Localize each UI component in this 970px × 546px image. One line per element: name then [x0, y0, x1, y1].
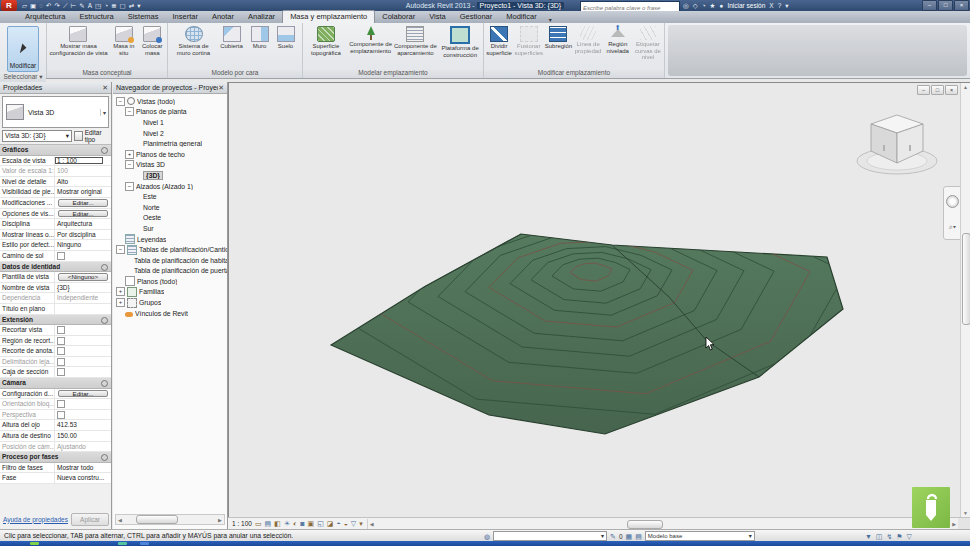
- browser-tree-item[interactable]: Vínculos de Revit: [113, 308, 227, 319]
- view-minimize-icon[interactable]: –: [917, 85, 930, 95]
- rendering-dialog-icon[interactable]: ◙: [300, 519, 304, 529]
- tree-expander-icon[interactable]: [116, 236, 123, 243]
- panel-label[interactable]: Masa conceptual: [47, 68, 167, 78]
- tree-expander-icon[interactable]: −: [125, 160, 134, 169]
- ribbon-button[interactable]: Sistema de muro cortina: [172, 24, 216, 56]
- ribbon-tab[interactable]: Anotar: [205, 11, 241, 23]
- vcb-more-icon[interactable]: ▾: [359, 519, 363, 529]
- property-row[interactable]: Altura del ojo 412.53 412.53: [0, 420, 111, 431]
- sun-path-icon[interactable]: ☀: [284, 519, 290, 529]
- panel-label[interactable]: Modelo por cara: [168, 68, 302, 78]
- project-browser-header[interactable]: Navegador de proyectos - Proyecto1 ✕: [113, 82, 227, 94]
- browser-tree-item[interactable]: Leyendas: [113, 234, 227, 245]
- ribbon-button[interactable]: Subregión: [544, 24, 572, 50]
- browser-tree-item[interactable]: Nivel 2: [113, 128, 227, 139]
- tree-expander-icon[interactable]: [134, 119, 141, 126]
- ribbon-button[interactable]: Componente de aparcamiento: [394, 24, 438, 56]
- signin-person-icon[interactable]: ●: [719, 0, 723, 11]
- apply-button[interactable]: Aplicar: [71, 513, 109, 526]
- property-row[interactable]: Gráficos: [0, 145, 111, 156]
- edit-button[interactable]: Editar...: [58, 199, 108, 207]
- tree-expander-icon[interactable]: [134, 130, 141, 137]
- scroll-left-icon[interactable]: ◀: [116, 517, 124, 523]
- ribbon-button[interactable]: Superficie topográfica: [304, 24, 348, 56]
- property-row[interactable]: Proceso por fases: [0, 452, 111, 463]
- scrollbar-thumb[interactable]: [627, 520, 663, 529]
- checkbox[interactable]: [57, 347, 65, 355]
- ribbon-button[interactable]: Línea de propiedad: [574, 24, 603, 54]
- maximize-icon[interactable]: □: [938, 0, 953, 11]
- tree-expander-icon[interactable]: −: [125, 182, 134, 191]
- default-3d-view-icon[interactable]: ◳: [95, 1, 101, 10]
- tree-expander-icon[interactable]: [116, 278, 123, 285]
- editable-items-icon[interactable]: ⚑: [896, 531, 902, 542]
- browser-tree-item[interactable]: Norte: [113, 202, 227, 213]
- tree-expander-icon[interactable]: [116, 310, 123, 317]
- browser-tree-item[interactable]: − Tablas de planificación/Cantidades: [113, 244, 227, 255]
- property-row[interactable]: Extensión: [0, 315, 111, 326]
- tree-expander-icon[interactable]: [125, 257, 132, 264]
- exclude-options-icon[interactable]: ◫: [876, 531, 883, 542]
- minimize-icon[interactable]: –: [922, 0, 937, 11]
- view-scale-button[interactable]: 1 : 100: [232, 520, 252, 527]
- browser-tree-item[interactable]: Planimetría general: [113, 138, 227, 149]
- switch-windows-icon[interactable]: ⇄: [129, 1, 134, 10]
- view-restore-icon[interactable]: □: [931, 85, 944, 95]
- property-row[interactable]: Delimitación leja...: [0, 357, 111, 368]
- type-selector[interactable]: Vista 3D ▾: [2, 96, 109, 128]
- property-row[interactable]: Valor de escala 1: 100 100: [0, 166, 111, 177]
- tree-expander-icon[interactable]: [134, 140, 141, 147]
- property-row[interactable]: Nivel de detalle Alto Alto: [0, 177, 111, 188]
- tree-expander-icon[interactable]: [134, 204, 141, 211]
- viewport-vertical-scrollbar[interactable]: ▲ ▼: [960, 83, 970, 517]
- browser-tree-item[interactable]: {3D}: [113, 170, 227, 181]
- subscription-center-icon[interactable]: ◇: [693, 0, 698, 11]
- checkbox[interactable]: [57, 400, 65, 408]
- ribbon-button[interactable]: Fusionar superficies: [514, 24, 543, 56]
- property-row[interactable]: Camino de sol: [0, 251, 111, 262]
- steering-wheel-icon[interactable]: [946, 195, 959, 208]
- property-row[interactable]: Orientación bloq...: [0, 399, 111, 410]
- ribbon-tab[interactable]: Estructura: [72, 11, 120, 23]
- edit-button[interactable]: Editar...: [58, 210, 108, 218]
- tree-expander-icon[interactable]: +: [116, 298, 125, 307]
- ribbon-tab[interactable]: Modificar: [499, 11, 543, 23]
- property-row[interactable]: Filtro de fases Mostrar todo Mostrar tod…: [0, 463, 111, 474]
- property-row[interactable]: Visibilidad de pie... Mostrar original M…: [0, 187, 111, 198]
- property-row[interactable]: Mostrar líneas o... Por disciplina Por d…: [0, 230, 111, 241]
- ribbon-button[interactable]: Cubierta: [217, 24, 247, 50]
- edit-button[interactable]: <Ninguno>: [58, 273, 108, 281]
- browser-tree-item[interactable]: − Vistas 3D: [113, 160, 227, 171]
- temporary-hide-isolate-icon[interactable]: ◓: [336, 519, 340, 529]
- property-row[interactable]: Disciplina Arquitectura Arquitectura: [0, 219, 111, 230]
- checkbox[interactable]: [57, 358, 65, 366]
- screen-recorder-overlay[interactable]: [912, 487, 950, 528]
- property-row[interactable]: Posición de cám... Ajustando Ajustando: [0, 442, 111, 453]
- crop-view-icon[interactable]: ▣: [308, 519, 315, 529]
- thin-lines-icon[interactable]: ≣: [111, 1, 116, 10]
- browser-tree-item[interactable]: + Familias: [113, 287, 227, 298]
- filter-icon[interactable]: ▽: [907, 531, 912, 542]
- browser-tree-item[interactable]: Nivel 1: [113, 117, 227, 128]
- save-icon[interactable]: ▣: [30, 1, 36, 10]
- redo-icon[interactable]: ↷: [54, 1, 59, 10]
- property-row[interactable]: Título en plano: [0, 304, 111, 315]
- property-row[interactable]: Perspectiva: [0, 410, 111, 421]
- property-row[interactable]: Región de recort...: [0, 336, 111, 347]
- scroll-down-icon[interactable]: ▼: [961, 509, 970, 517]
- ribbon-button[interactable]: Mostrar masa configuración de vista: [48, 24, 109, 56]
- aligned-dimension-icon[interactable]: ⊢: [71, 1, 77, 10]
- active-workset-select[interactable]: ▾: [493, 531, 607, 541]
- scroll-up-icon[interactable]: ▲: [961, 83, 970, 92]
- edit-type-button[interactable]: Editar tipo: [74, 129, 109, 143]
- tree-expander-icon[interactable]: [134, 214, 141, 221]
- view-instance-combo[interactable]: Vista 3D: {3D} ▾: [2, 130, 72, 142]
- property-row[interactable]: Caja de sección: [0, 367, 111, 378]
- tree-expander-icon[interactable]: [125, 267, 132, 274]
- section-icon[interactable]: ◔: [104, 1, 108, 10]
- ribbon-button[interactable]: Suelo: [273, 24, 299, 50]
- sign-in-label[interactable]: Iniciar sesión: [727, 0, 765, 11]
- ribbon-button[interactable]: Etiquetar curvas de nivel: [633, 24, 663, 61]
- detail-level-icon[interactable]: ▤: [265, 519, 272, 529]
- browser-tree-item[interactable]: + Grupos: [113, 297, 227, 308]
